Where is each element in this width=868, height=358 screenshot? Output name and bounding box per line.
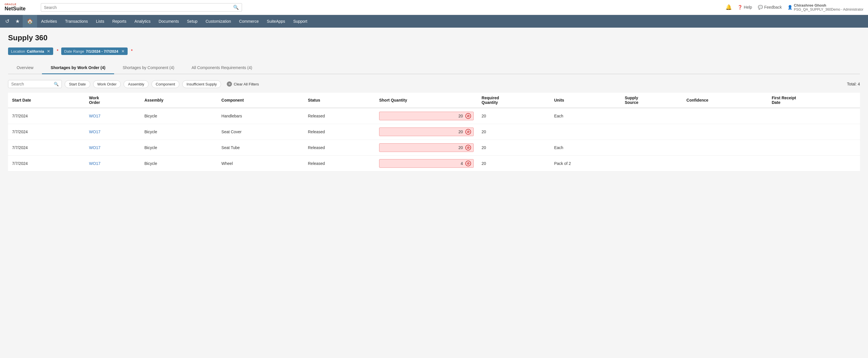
location-required-star: * [57,49,58,54]
cell-start-date: 7/7/2024 [8,124,85,140]
nav-support[interactable]: Support [289,15,311,28]
cell-first-receipt-date [768,140,860,156]
work-order-link[interactable]: WO17 [89,161,101,166]
cell-start-date: 7/7/2024 [8,156,85,171]
nav-reports[interactable]: Reports [108,15,130,28]
cell-work-order: WO17 [85,124,141,140]
cell-work-order: WO17 [85,156,141,171]
page-content: Supply 360 Location California ✕ * Date … [0,28,868,358]
table-row: 7/7/2024WO17BicycleHandlebarsReleased 20… [8,108,860,124]
cell-supply-source [621,108,683,124]
help-label: Help [744,5,752,9]
nav-customization[interactable]: Customization [202,15,235,28]
filter-work-order[interactable]: Work Order [93,80,121,88]
favorites-icon[interactable]: ★ [12,18,23,24]
filter-assembly[interactable]: Assembly [124,80,148,88]
table-header-row: Start Date WorkOrder Assembly Component … [8,93,860,108]
tabs-row: Overview Shortages by Work Order (4) Sho… [8,62,860,74]
cell-confidence [682,108,768,124]
nav-activities[interactable]: Activities [37,15,61,28]
short-qty-value: 4 [461,161,463,166]
global-search-bar[interactable]: 🔍 [41,3,242,11]
short-qty-container: 20 ⊘ [379,112,473,120]
cell-first-receipt-date [768,108,860,124]
col-header-first-receipt-date: First ReceiptDate [768,93,860,108]
short-qty-container: 4 ⊘ [379,159,473,168]
cell-first-receipt-date [768,124,860,140]
nav-bar: ↺ ★ 🏠 Activities Transactions Lists Repo… [0,15,868,28]
col-header-start-date: Start Date [8,93,85,108]
table-search-input[interactable] [11,82,52,86]
col-header-confidence: Confidence [682,93,768,108]
help-circle-icon: ❓ [738,5,742,9]
cell-assembly: Bicycle [140,108,217,124]
no-supply-icon: ⊘ [465,129,471,135]
nav-lists[interactable]: Lists [92,15,108,28]
user-icon: 👤 [787,5,793,9]
clear-all-filters-button[interactable]: ✕ Clear All Filters [224,80,261,88]
cell-supply-source [621,140,683,156]
cell-units: Each [550,140,621,156]
filter-location-close[interactable]: ✕ [47,49,50,54]
feedback-label: Feedback [764,5,782,9]
help-link[interactable]: ❓ Help [738,5,752,9]
user-role: PSG_QA_SUPPLY_360Demo - Administrator [794,7,863,11]
clear-filters-icon: ✕ [227,81,232,87]
user-name: Chirashree Ghosh [794,3,863,8]
cell-confidence [682,140,768,156]
tab-shortages-by-component[interactable]: Shortages by Component (4) [114,62,183,74]
filter-chips: Location California ✕ * Date Range 7/1/2… [8,48,860,55]
shortages-table: Start Date WorkOrder Assembly Component … [8,93,860,171]
short-qty-container: 20 ⊘ [379,143,473,152]
work-order-link[interactable]: WO17 [89,145,101,150]
filter-daterange-close[interactable]: ✕ [121,49,125,54]
feedback-link[interactable]: 💬 Feedback [758,5,782,9]
cell-first-receipt-date [768,156,860,171]
col-header-component: Component [217,93,304,108]
tab-overview[interactable]: Overview [8,62,42,74]
filter-component[interactable]: Component [152,80,179,88]
cell-units [550,124,621,140]
cell-required-quantity: 20 [478,140,550,156]
cell-required-quantity: 20 [478,108,550,124]
cell-component: Seat Cover [217,124,304,140]
cell-required-quantity: 20 [478,124,550,140]
global-search-input[interactable] [44,5,233,10]
cell-assembly: Bicycle [140,156,217,171]
tab-shortages-by-work-order[interactable]: Shortages by Work Order (4) [42,62,114,74]
work-order-link[interactable]: WO17 [89,130,101,134]
cell-short-quantity: 20 ⊘ [375,124,477,140]
cell-work-order: WO17 [85,108,141,124]
table-search-icon: 🔍 [54,82,59,86]
table-row: 7/7/2024WO17BicycleSeat CoverReleased 20… [8,124,860,140]
filter-start-date[interactable]: Start Date [65,80,90,88]
cell-confidence [682,156,768,171]
filter-daterange-label: Date Range [64,49,84,54]
nav-setup[interactable]: Setup [183,15,202,28]
cell-component: Wheel [217,156,304,171]
short-qty-value: 20 [459,130,463,134]
cell-units: Pack of 2 [550,156,621,171]
cell-confidence [682,124,768,140]
nav-transactions[interactable]: Transactions [61,15,92,28]
nav-suiteapps[interactable]: SuiteApps [263,15,289,28]
history-icon[interactable]: ↺ [2,18,12,24]
home-nav-item[interactable]: 🏠 [23,15,37,28]
notifications-icon[interactable]: 🔔 [725,4,732,10]
work-order-link[interactable]: WO17 [89,114,101,118]
tab-all-components-requirements[interactable]: All Components Requirements (4) [183,62,261,74]
no-supply-icon: ⊘ [465,161,471,166]
cell-required-quantity: 20 [478,156,550,171]
cell-units: Each [550,108,621,124]
table-row: 7/7/2024WO17BicycleSeat TubeReleased 20 … [8,140,860,156]
nav-documents[interactable]: Documents [155,15,183,28]
user-menu[interactable]: 👤 Chirashree Ghosh PSG_QA_SUPPLY_360Demo… [787,3,863,12]
no-supply-icon: ⊘ [465,145,471,150]
short-qty-value: 20 [459,114,463,118]
filter-chip-daterange: Date Range 7/1/2024 - 7/7/2024 ✕ [61,48,127,55]
nav-analytics[interactable]: Analytics [130,15,155,28]
table-search-box[interactable]: 🔍 [8,80,62,88]
nav-commerce[interactable]: Commerce [235,15,263,28]
clear-filters-label: Clear All Filters [234,82,259,86]
filter-insufficient-supply[interactable]: Insufficient Supply [182,80,221,88]
